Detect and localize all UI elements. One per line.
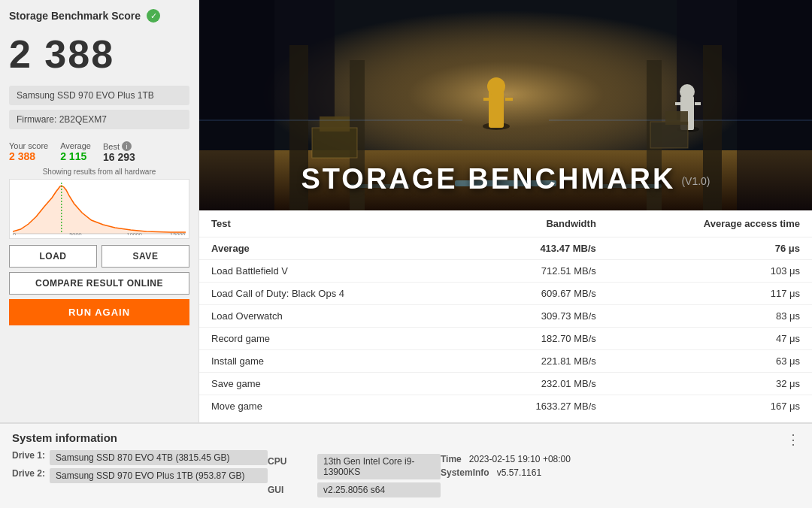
hero-overlay: STORAGE BENCHMARK(V1.0) [199,163,812,195]
access-time-cell: 167 μs [608,395,812,418]
bandwidth-cell: 609.67 MB/s [465,283,608,305]
test-cell: Load Overwatch [199,305,465,328]
access-time-cell: 63 μs [608,350,812,373]
cpu-label: CPU [268,454,313,467]
firmware-info: Firmware: 2B2QEXM7 [9,110,189,129]
top-section: Storage Benchmark Score ✓ 2 388 Samsung … [0,0,812,422]
load-button[interactable]: LOAD [9,245,97,268]
svg-point-24 [487,77,505,95]
test-cell: Move game [199,395,465,418]
bandwidth-cell: 221.81 MB/s [465,350,608,373]
col-bandwidth: Bandwidth [465,210,608,237]
average-value: 2 115 [60,150,91,162]
svg-rect-31 [695,102,701,105]
svg-rect-26 [505,98,513,101]
bandwidth-cell: 232.01 MB/s [465,373,608,395]
check-icon: ✓ [147,9,160,23]
bandwidth-cell: 413.47 MB/s [465,237,608,260]
best-value: 16 293 [103,151,135,163]
table-row: Move game 1633.27 MB/s 167 μs [199,395,812,418]
table-row: Save game 232.01 MB/s 32 μs [199,373,812,395]
svg-rect-18 [312,128,357,158]
score-header: Storage Benchmark Score ✓ [9,9,189,23]
access-time-cell: 103 μs [608,260,812,283]
access-time-cell: 117 μs [608,283,812,305]
score-title: Storage Benchmark Score [9,10,141,22]
svg-rect-23 [489,90,504,128]
cpu-row: CPU 13th Gen Intel Core i9-13900KS [268,454,441,479]
best-score-col: Best i 16 293 [103,141,135,163]
sysinfo-value: v5.57.1161 [497,467,541,478]
table-row: Record game 182.70 MB/s 47 μs [199,328,812,350]
drive1-row: Drive 1: Samsung SSD 870 EVO 4TB (3815.4… [12,450,268,465]
sysinfo-label: SystemInfo [441,467,489,478]
info-icon: i [122,141,132,151]
save-button[interactable]: SAVE [102,245,189,268]
left-panel: Storage Benchmark Score ✓ 2 388 Samsung … [0,0,199,422]
sys-left: System information Drive 1: Samsung SSD … [12,431,268,486]
best-label: Best [103,142,120,151]
your-score-col: Your score 2 388 [9,141,48,163]
drive1-value: Samsung SSD 870 EVO 4TB (3815.45 GB) [50,450,268,465]
time-label: Time [441,454,462,464]
svg-text:10000: 10000 [127,232,142,235]
distribution-chart: 0 5000 10000 15000 [9,179,189,239]
access-time-cell: 76 μs [608,237,812,260]
system-info-section: System information Drive 1: Samsung SSD … [0,422,812,508]
drive1-label: Drive 1: [12,450,45,465]
drive2-label: Drive 2: [12,468,45,483]
col-test: Test [199,210,465,237]
hero-version: (V1.0) [681,175,710,187]
score-comparison: Your score 2 388 Average 2 115 Best i 16… [9,141,189,163]
load-save-row: LOAD SAVE [9,245,189,268]
score-value: 2 388 [9,32,189,77]
svg-rect-32 [650,122,688,148]
your-score-label: Your score [9,141,48,150]
more-options-icon[interactable]: ⋮ [786,431,800,448]
test-cell: Load Call of Duty: Black Ops 4 [199,283,465,305]
results-section: Test Bandwidth Average access time Avera… [199,210,812,422]
run-again-button[interactable]: RUN AGAIN [9,299,189,325]
table-row: Load Overwatch 309.73 MB/s 83 μs [199,305,812,328]
time-row: Time 2023-02-15 19:10 +08:00 [441,454,786,464]
table-row: Load Battlefield V 712.51 MB/s 103 μs [199,260,812,283]
test-cell: Load Battlefield V [199,260,465,283]
average-score-col: Average 2 115 [60,141,91,163]
right-panel: STORAGE BENCHMARK(V1.0) Test Bandwidth A… [199,0,812,422]
table-row: Load Call of Duty: Black Ops 4 609.67 MB… [199,283,812,305]
svg-rect-30 [675,102,681,105]
average-label: Average [60,141,91,150]
test-cell: Install game [199,350,465,373]
gui-value: v2.25.8056 s64 [317,482,441,497]
svg-rect-19 [320,116,350,132]
drive2-row: Drive 2: Samsung SSD 970 EVO Plus 1TB (9… [12,468,268,483]
svg-rect-25 [483,98,491,101]
test-cell: Average [199,237,465,260]
app-container: Storage Benchmark Score ✓ 2 388 Samsung … [0,0,812,508]
gui-row: GUI v2.25.8056 s64 [268,482,441,497]
cpu-value: 13th Gen Intel Core i9-13900KS [317,454,441,479]
table-row: Average 413.47 MB/s 76 μs [199,237,812,260]
access-time-cell: 32 μs [608,373,812,395]
bandwidth-cell: 712.51 MB/s [465,260,608,283]
col-access-time: Average access time [608,210,812,237]
gui-label: GUI [268,482,313,495]
showing-text: Showing results from all hardware [9,168,189,176]
svg-marker-0 [13,186,186,234]
sys-middle: CPU 13th Gen Intel Core i9-13900KS GUI v… [268,431,441,500]
svg-text:5000: 5000 [69,232,81,235]
sys-right: Time 2023-02-15 19:10 +08:00 SystemInfo … [441,431,786,481]
bandwidth-cell: 182.70 MB/s [465,328,608,350]
svg-text:15000: 15000 [170,232,185,235]
time-value: 2023-02-15 19:10 +08:00 [469,454,571,464]
svg-point-29 [680,84,695,99]
test-cell: Save game [199,373,465,395]
access-time-cell: 83 μs [608,305,812,328]
sysinfo-row: SystemInfo v5.57.1161 [441,467,786,478]
test-cell: Record game [199,328,465,350]
table-row: Install game 221.81 MB/s 63 μs [199,350,812,373]
hero-title: STORAGE BENCHMARK [301,163,676,195]
compare-button[interactable]: COMPARE RESULT ONLINE [9,272,189,295]
device-name: Samsung SSD 970 EVO Plus 1TB [9,86,189,105]
results-table: Test Bandwidth Average access time Avera… [199,210,812,417]
